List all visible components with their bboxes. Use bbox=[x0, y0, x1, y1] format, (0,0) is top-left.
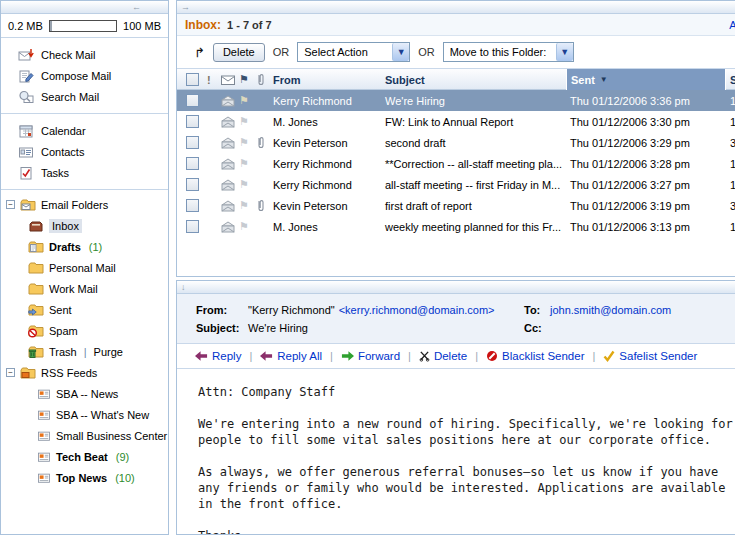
feed-icon bbox=[37, 451, 51, 463]
folder-icon bbox=[28, 282, 44, 296]
row-checkbox[interactable] bbox=[186, 220, 199, 233]
expand-sidebar-icon[interactable]: → bbox=[181, 1, 190, 13]
sidebar-folder-trash[interactable]: Trash | Purge bbox=[1, 341, 168, 362]
feed-label: SBA -- What's New bbox=[56, 409, 149, 421]
sidebar-collapse-strip: ← bbox=[1, 1, 168, 14]
feed-sba-news[interactable]: SBA -- News bbox=[1, 383, 168, 404]
flag-icon[interactable]: ⚑ bbox=[239, 221, 256, 232]
size-column-header[interactable]: Size bbox=[726, 74, 735, 86]
feed-top-news[interactable]: Top News (10) bbox=[1, 467, 168, 488]
feed-small-business-center[interactable]: Small Business Center bbox=[1, 425, 168, 446]
collapse-sidebar-icon[interactable]: ← bbox=[132, 1, 141, 13]
chevron-down-icon: ▼ bbox=[392, 43, 409, 61]
sent-column-header[interactable]: Sent ▼ bbox=[566, 69, 726, 90]
delete-x-icon bbox=[419, 350, 430, 362]
drafts-count: (1) bbox=[89, 241, 102, 253]
sidebar-folder-work-mail[interactable]: Work Mail bbox=[1, 278, 168, 299]
flag-column-icon[interactable]: ⚑ bbox=[239, 74, 256, 85]
preview-header: From: "Kerry Richmond" <kerry.richmond@d… bbox=[177, 294, 735, 344]
email-row[interactable]: ⚑ Kerry Richmond **Correction -- all-sta… bbox=[177, 153, 735, 174]
select-action-dropdown[interactable]: Select Action ▼ bbox=[297, 42, 410, 62]
trash-folder-icon bbox=[28, 345, 44, 359]
forward-link[interactable]: Forward bbox=[341, 350, 400, 362]
account-link[interactable]: Account C bbox=[729, 19, 735, 31]
sort-desc-icon: ▼ bbox=[600, 75, 608, 84]
attachment-column-icon[interactable] bbox=[256, 73, 266, 87]
envelope-column-icon[interactable] bbox=[220, 73, 236, 87]
sidebar-folder-personal-mail[interactable]: Personal Mail bbox=[1, 257, 168, 278]
move-to-folder-dropdown[interactable]: Move to this Folder: ▼ bbox=[443, 42, 574, 62]
compose-mail-link[interactable]: Compose Mail bbox=[1, 65, 168, 86]
flag-icon[interactable]: ⚑ bbox=[239, 95, 256, 106]
email-row[interactable]: ⚑ Kevin Peterson second draft Thu 01/12/… bbox=[177, 132, 735, 153]
email-from: Kerry Richmond bbox=[269, 158, 381, 170]
row-checkbox[interactable] bbox=[186, 199, 199, 212]
email-row[interactable]: ⚑ M. Jones weekly meeting planned for th… bbox=[177, 216, 735, 237]
select-all-checkbox[interactable] bbox=[186, 73, 199, 86]
feed-sba-whats-new[interactable]: SBA -- What's New bbox=[1, 404, 168, 425]
calendar-icon bbox=[18, 124, 34, 138]
email-sent: Thu 01/12/2006 3:29 pm bbox=[566, 137, 726, 149]
sidebar-folder-spam[interactable]: Spam bbox=[1, 320, 168, 341]
collapse-rss-icon[interactable]: − bbox=[6, 368, 15, 377]
select-action-value: Select Action bbox=[298, 46, 392, 58]
from-label: From: bbox=[196, 301, 248, 319]
calendar-link[interactable]: Calendar bbox=[1, 120, 168, 141]
inbox-icon bbox=[28, 219, 44, 233]
rss-feeds-root[interactable]: − RSS Feeds bbox=[1, 362, 168, 383]
email-from: Kerry Richmond bbox=[269, 95, 381, 107]
sidebar: ← 0.2 MB 100 MB Check Mail Compose Mail … bbox=[0, 0, 169, 535]
sidebar-folder-sent[interactable]: Sent bbox=[1, 299, 168, 320]
email-row-selected[interactable]: ⚑ Kerry Richmond We're Hiring Thu 01/12/… bbox=[177, 90, 735, 111]
reply-link[interactable]: Reply bbox=[195, 350, 241, 362]
flag-icon[interactable]: ⚑ bbox=[239, 137, 256, 148]
contacts-link[interactable]: Contacts bbox=[1, 141, 168, 162]
purge-link[interactable]: Purge bbox=[94, 346, 123, 358]
check-mail-link[interactable]: Check Mail bbox=[1, 44, 168, 65]
email-row[interactable]: ⚑ M. Jones FW: Link to Annual Report Thu… bbox=[177, 111, 735, 132]
email-row[interactable]: ⚑ Kerry Richmond all-staff meeting -- fi… bbox=[177, 174, 735, 195]
priority-column-icon[interactable]: ! bbox=[207, 74, 217, 86]
search-mail-link[interactable]: Search Mail bbox=[1, 86, 168, 107]
feed-label: Top News bbox=[56, 472, 107, 484]
to-value[interactable]: john.smith@domain.com bbox=[550, 301, 671, 319]
row-checkbox[interactable] bbox=[186, 115, 199, 128]
flag-icon[interactable]: ⚑ bbox=[239, 116, 256, 127]
collapse-preview-icon[interactable]: ↓ bbox=[181, 281, 186, 293]
row-checkbox[interactable] bbox=[186, 157, 199, 170]
delete-message-link[interactable]: Delete bbox=[419, 350, 467, 362]
row-checkbox[interactable] bbox=[186, 94, 199, 107]
delete-button[interactable]: Delete bbox=[213, 43, 265, 62]
feed-icon bbox=[37, 472, 51, 484]
sidebar-folder-drafts[interactable]: Drafts (1) bbox=[1, 236, 168, 257]
apply-to-selected-arrow-icon: ↱ bbox=[194, 46, 205, 59]
reply-all-link[interactable]: Reply All bbox=[260, 350, 322, 362]
calendar-label: Calendar bbox=[41, 125, 86, 137]
subject-column-header[interactable]: Subject bbox=[381, 74, 566, 86]
list-collapse-strip: → bbox=[177, 1, 735, 14]
search-mail-icon bbox=[18, 90, 34, 104]
email-sent: Thu 01/12/2006 3:27 pm bbox=[566, 179, 726, 191]
flag-icon[interactable]: ⚑ bbox=[239, 179, 256, 190]
tasks-link[interactable]: Tasks bbox=[1, 162, 168, 183]
email-sent: Thu 01/12/2006 3:28 pm bbox=[566, 158, 726, 170]
safelist-sender-link[interactable]: Safelist Sender bbox=[603, 350, 697, 362]
email-subject: **Correction -- all-staff meeting pla... bbox=[381, 158, 566, 170]
row-checkbox[interactable] bbox=[186, 178, 199, 191]
from-column-header[interactable]: From bbox=[269, 74, 381, 86]
flag-icon[interactable]: ⚑ bbox=[239, 158, 256, 169]
email-sent: Thu 01/12/2006 3:19 pm bbox=[566, 200, 726, 212]
flag-icon[interactable]: ⚑ bbox=[239, 200, 256, 211]
from-email[interactable]: <kerry.richmond@domain.com> bbox=[339, 301, 495, 319]
sidebar-folder-inbox[interactable]: Inbox bbox=[1, 215, 168, 236]
feed-tech-beat[interactable]: Tech Beat (9) bbox=[1, 446, 168, 467]
blacklist-sender-link[interactable]: Blacklist Sender bbox=[486, 350, 584, 362]
email-folders-root[interactable]: − Email Folders bbox=[1, 194, 168, 215]
row-checkbox[interactable] bbox=[186, 136, 199, 149]
collapse-tree-icon[interactable]: − bbox=[6, 200, 15, 209]
read-envelope-icon bbox=[220, 157, 236, 171]
read-envelope-icon bbox=[220, 220, 236, 234]
email-row[interactable]: ⚑ Kevin Peterson first draft of report T… bbox=[177, 195, 735, 216]
to-label: To: bbox=[524, 301, 550, 319]
email-size: 35 bbox=[726, 200, 735, 212]
